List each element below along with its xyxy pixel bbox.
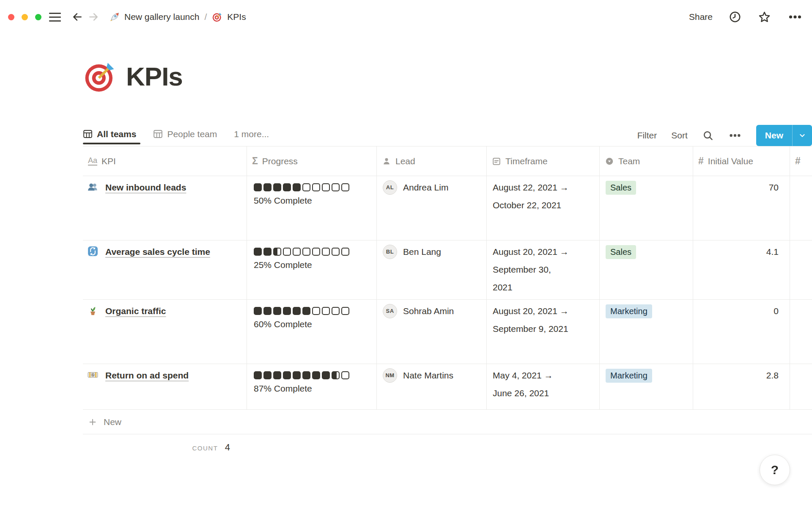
text-property-icon: Aa: [88, 157, 97, 166]
team-cell[interactable]: Marketing: [600, 300, 693, 364]
initial-value-cell[interactable]: 2.8: [693, 364, 790, 409]
lead-cell[interactable]: NM Nate Martins: [377, 364, 487, 409]
kpi-page-link[interactable]: New inbound leads: [105, 182, 186, 192]
help-button[interactable]: ?: [760, 455, 790, 485]
progress-cell[interactable]: 50% Complete: [247, 176, 377, 240]
favorite-star-icon[interactable]: [757, 10, 771, 24]
progress-square: [254, 307, 262, 315]
progress-square: [293, 183, 301, 191]
page-target-icon[interactable]: [83, 58, 118, 94]
progress-square: [263, 307, 272, 315]
column-header-initial-value[interactable]: # Initial Value: [693, 146, 790, 176]
partial-cell[interactable]: [790, 300, 812, 364]
minimize-window-button[interactable]: [22, 14, 28, 20]
chevron-down-icon[interactable]: [793, 125, 812, 146]
kpi-cell[interactable]: Average sales cycle time: [83, 240, 247, 299]
kpi-page-link[interactable]: Average sales cycle time: [105, 247, 210, 257]
plus-icon: [88, 417, 97, 427]
initial-value-cell[interactable]: 4.1: [693, 240, 790, 299]
progress-label: 60% Complete: [254, 315, 370, 333]
avatar: AL: [383, 180, 397, 195]
kpi-cell[interactable]: Return on ad spend: [83, 364, 247, 409]
progress-square: [273, 248, 281, 256]
number-property-icon: #: [795, 155, 801, 167]
view-controls: Filter Sort New: [637, 125, 812, 146]
kpi-table: Aa KPI Σ Progress Lead Timeframe Team # …: [83, 146, 812, 461]
lead-cell[interactable]: AL Andrea Lim: [377, 176, 487, 240]
team-cell[interactable]: Sales: [600, 240, 693, 299]
view-more-options-icon[interactable]: [728, 129, 742, 142]
new-button[interactable]: New: [756, 125, 812, 146]
more-options-icon[interactable]: [787, 9, 803, 25]
timeframe-cell[interactable]: August 20, 2021 → September 30, 2021: [487, 240, 600, 299]
progress-cell[interactable]: 25% Complete: [247, 240, 377, 299]
table-row: Average sales cycle time 25% Complete BL…: [83, 240, 812, 300]
team-cell[interactable]: Sales: [600, 176, 693, 240]
timeframe-cell[interactable]: August 22, 2021 → October 22, 2021: [487, 176, 600, 240]
column-label: Timeframe: [505, 156, 548, 166]
sidebar-menu-icon[interactable]: [49, 13, 61, 22]
column-label: Lead: [395, 156, 415, 166]
kpi-cell[interactable]: Organic traffic: [83, 300, 247, 364]
more-views-link[interactable]: 1 more...: [234, 129, 269, 142]
breadcrumb-separator: /: [203, 12, 208, 22]
close-window-button[interactable]: [8, 14, 14, 20]
column-header-timeframe[interactable]: Timeframe: [487, 146, 600, 176]
column-header-partial[interactable]: #: [790, 146, 812, 176]
progress-square: [273, 307, 281, 315]
lead-cell[interactable]: SA Sohrab Amin: [377, 300, 487, 364]
updates-clock-icon[interactable]: [729, 11, 741, 23]
dollar-banknote-icon: [87, 370, 105, 380]
progress-square: [341, 371, 349, 379]
progress-square: [341, 183, 349, 191]
column-header-progress[interactable]: Σ Progress: [247, 146, 377, 176]
partial-cell[interactable]: [790, 240, 812, 299]
rocket-icon: [109, 11, 120, 22]
initial-value-cell[interactable]: 0: [693, 300, 790, 364]
tab-label: People team: [167, 129, 217, 139]
progress-square: [312, 183, 320, 191]
partial-cell[interactable]: [790, 176, 812, 240]
progress-cell[interactable]: 87% Complete: [247, 364, 377, 409]
column-header-lead[interactable]: Lead: [377, 146, 487, 176]
column-header-team[interactable]: Team: [600, 146, 693, 176]
progress-square: [263, 183, 272, 191]
count-calculation[interactable]: COUNT 4: [83, 442, 247, 453]
timeframe-value: August 20, 2021 → September 30, 2021: [493, 243, 569, 296]
timeframe-cell[interactable]: May 4, 2021 → June 26, 2021: [487, 364, 600, 409]
tab-people-team[interactable]: People team: [153, 124, 221, 146]
count-label: COUNT: [192, 444, 218, 452]
kpi-cell[interactable]: New inbound leads: [83, 176, 247, 240]
new-button-label[interactable]: New: [756, 125, 792, 146]
zoom-window-button[interactable]: [35, 14, 41, 20]
progress-square: [293, 248, 301, 256]
table-row: Organic traffic 60% Complete SA Sohrab A…: [83, 300, 812, 364]
avatar: BL: [383, 245, 397, 259]
share-button[interactable]: Share: [689, 12, 713, 22]
team-cell[interactable]: Marketing: [600, 364, 693, 409]
person-property-icon: [382, 157, 391, 166]
kpi-page-link[interactable]: Organic traffic: [105, 306, 166, 316]
search-icon[interactable]: [702, 130, 714, 141]
breadcrumb-page[interactable]: KPIs: [227, 12, 246, 22]
timeframe-cell[interactable]: August 20, 2021 → September 9, 2021: [487, 300, 600, 364]
lead-cell[interactable]: BL Ben Lang: [377, 240, 487, 299]
filter-button[interactable]: Filter: [637, 130, 657, 141]
sort-button[interactable]: Sort: [671, 130, 688, 141]
tab-label: All teams: [97, 129, 136, 139]
kpi-page-link[interactable]: Return on ad spend: [105, 370, 189, 380]
progress-square: [254, 248, 262, 256]
page-title[interactable]: KPIs: [126, 61, 183, 91]
avatar: NM: [383, 368, 397, 383]
partial-cell[interactable]: [790, 364, 812, 409]
progress-cell[interactable]: 60% Complete: [247, 300, 377, 364]
initial-value-cell[interactable]: 70: [693, 176, 790, 240]
back-button[interactable]: [71, 11, 84, 23]
progress-square: [322, 248, 330, 256]
add-row-button[interactable]: New: [83, 410, 812, 434]
column-header-kpi[interactable]: Aa KPI: [83, 146, 247, 176]
view-tabs: All teams People team 1 more...: [83, 124, 269, 146]
forward-button[interactable]: [87, 11, 100, 23]
breadcrumb-root[interactable]: New gallery launch: [124, 12, 199, 22]
tab-all-teams[interactable]: All teams: [83, 124, 140, 146]
